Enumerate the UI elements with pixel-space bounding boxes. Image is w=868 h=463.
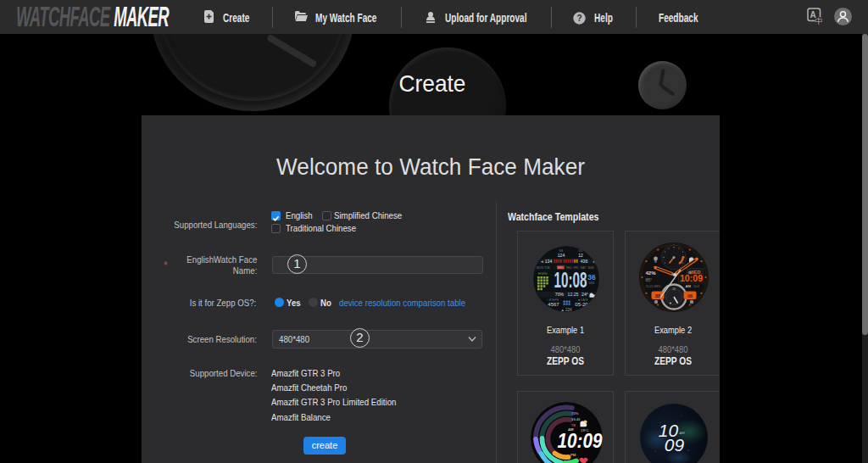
svg-text:中: 中 — [815, 17, 823, 25]
svg-text:◄: ◄ — [540, 259, 544, 264]
svg-text:AM: AM — [686, 284, 692, 288]
svg-text:►: ► — [593, 259, 597, 264]
svg-text:H 69%: H 69% — [538, 272, 548, 276]
svg-text:16:25 MED: 16:25 MED — [646, 285, 661, 288]
svg-text:AM: AM — [679, 431, 686, 435]
svg-text:436: 436 — [581, 259, 588, 264]
svg-text:42%: 42% — [646, 271, 657, 276]
svg-text:70%: 70% — [555, 292, 565, 297]
svg-text:78: 78 — [571, 423, 576, 427]
svg-text:05-20: 05-20 — [575, 302, 588, 307]
svg-text:06: 06 — [687, 293, 693, 298]
svg-text:75%: 75% — [571, 411, 579, 416]
svg-text:MON: MON — [537, 266, 543, 270]
svg-text:12: 12 — [578, 253, 583, 258]
svg-text:▲ 224: ▲ 224 — [560, 308, 572, 312]
svg-text:10:09: 10:09 — [680, 273, 703, 283]
svg-text:SUN: SUN — [587, 266, 594, 270]
svg-text:36: 36 — [587, 273, 596, 282]
svg-text:104: 104 — [693, 284, 700, 288]
svg-text:85°: 85° — [646, 277, 653, 282]
svg-text:?: ? — [576, 14, 581, 23]
svg-text:19°C: 19°C — [581, 428, 589, 432]
svg-text:24°: 24° — [581, 292, 588, 297]
svg-text:88: 88 — [655, 293, 660, 298]
svg-text:12.25: 12.25 — [568, 292, 579, 297]
svg-text:09: 09 — [665, 435, 685, 455]
svg-text:12: 12 — [672, 287, 676, 291]
svg-text:124: 124 — [558, 253, 565, 258]
svg-text:10:09: 10:09 — [558, 430, 603, 452]
svg-text:4567: 4567 — [548, 302, 559, 307]
svg-text:10:08: 10:08 — [554, 268, 587, 292]
svg-text:16:41: 16:41 — [571, 417, 581, 421]
svg-text:134: 134 — [545, 259, 553, 264]
svg-text:TUE: TUE — [544, 266, 551, 270]
svg-text:PM: PM — [570, 453, 576, 457]
